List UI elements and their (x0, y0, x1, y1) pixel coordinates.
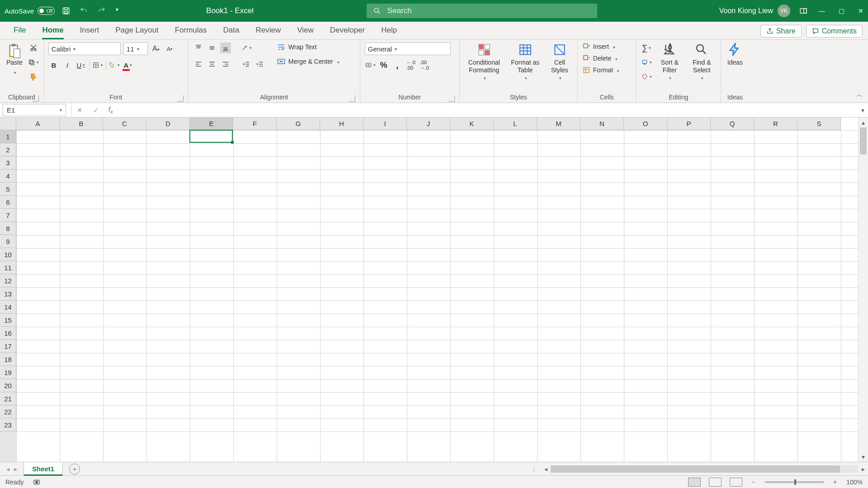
number-format-combo[interactable]: General (365, 42, 451, 55)
copy-icon[interactable] (28, 57, 39, 68)
decrease-indent-icon[interactable] (241, 59, 252, 70)
column-header[interactable]: C (103, 117, 146, 130)
bold-button[interactable]: B (48, 60, 59, 70)
merge-dropdown[interactable] (336, 58, 340, 65)
tab-file[interactable]: File (5, 21, 34, 39)
row-header[interactable]: 17 (0, 340, 16, 353)
row-header[interactable]: 4 (0, 169, 16, 183)
page-layout-view-button[interactable] (709, 478, 722, 487)
italic-button[interactable]: I (62, 60, 73, 70)
page-break-view-button[interactable] (730, 478, 742, 487)
new-sheet-button[interactable]: + (69, 464, 80, 474)
close-button[interactable]: ✕ (858, 7, 863, 14)
wrap-text-button[interactable]: Wrap Text (277, 42, 340, 52)
minimize-button[interactable]: — (819, 7, 825, 14)
sheet-tab-active[interactable]: Sheet1 (24, 462, 63, 476)
tab-home[interactable]: Home (34, 21, 71, 39)
redo-icon[interactable] (98, 6, 107, 15)
column-header[interactable]: H (320, 117, 363, 130)
row-header[interactable]: 6 (0, 196, 16, 209)
maximize-button[interactable]: ▢ (839, 7, 844, 14)
row-header[interactable]: 13 (0, 287, 16, 300)
scroll-right-icon[interactable]: ▸ (858, 465, 868, 473)
find-select-button[interactable]: Find & Select (688, 42, 716, 80)
row-header[interactable]: 20 (0, 379, 16, 392)
align-right-icon[interactable] (220, 59, 231, 70)
underline-button[interactable]: U (75, 60, 86, 70)
row-header[interactable]: 18 (0, 353, 16, 366)
autosave-toggle[interactable]: AutoSave Off (5, 7, 55, 15)
align-middle-icon[interactable] (207, 42, 217, 53)
format-as-table-button[interactable]: Format as Table (508, 42, 543, 80)
row-header[interactable]: 3 (0, 156, 16, 169)
tab-data[interactable]: Data (215, 21, 248, 39)
font-color-icon[interactable]: A (123, 60, 133, 70)
vscroll-thumb[interactable] (860, 127, 867, 155)
column-header[interactable]: J (407, 117, 450, 130)
format-painter-icon[interactable] (28, 71, 39, 82)
column-header[interactable]: K (450, 117, 494, 130)
increase-decimal-icon[interactable]: ←.0.00 (406, 60, 416, 70)
decrease-font-icon[interactable]: A▾ (164, 43, 175, 54)
fill-color-icon[interactable] (109, 60, 120, 70)
row-header[interactable]: 1 (0, 130, 16, 143)
enter-formula-icon[interactable]: ✓ (88, 106, 104, 114)
row-header[interactable]: 8 (0, 222, 16, 235)
formula-input[interactable] (118, 103, 857, 117)
insert-function-icon[interactable]: fx (108, 106, 113, 114)
row-header[interactable]: 22 (0, 405, 16, 418)
column-header[interactable]: I (363, 117, 407, 130)
fill-icon[interactable] (641, 57, 652, 68)
borders-icon[interactable] (92, 60, 103, 70)
scroll-up-icon[interactable]: ▴ (859, 117, 868, 127)
merge-center-button[interactable]: Merge & Center (277, 57, 340, 66)
row-header[interactable]: 23 (0, 418, 16, 432)
tab-view[interactable]: View (289, 21, 322, 39)
column-header[interactable]: Q (711, 117, 754, 130)
tab-help[interactable]: Help (373, 21, 405, 39)
vertical-scrollbar[interactable]: ▴ ▾ (858, 117, 868, 462)
insert-cells-button[interactable]: Insert (582, 42, 615, 51)
macro-record-icon[interactable] (33, 478, 41, 486)
autosum-icon[interactable]: ∑ (641, 42, 652, 53)
row-header[interactable]: 5 (0, 183, 16, 196)
cut-icon[interactable] (28, 42, 39, 53)
active-cell[interactable] (189, 130, 233, 143)
column-header[interactable]: B (60, 117, 103, 130)
font-size-combo[interactable]: 11 (123, 42, 148, 55)
share-button[interactable]: Share (760, 25, 802, 38)
font-name-combo[interactable]: Calibri (48, 42, 121, 55)
zoom-in-button[interactable]: ＋ (832, 478, 838, 486)
accounting-format-icon[interactable] (365, 60, 376, 70)
row-header[interactable]: 19 (0, 366, 16, 379)
number-launcher[interactable] (448, 95, 455, 102)
name-box[interactable]: E1 ▾ (3, 104, 66, 116)
horizontal-scrollbar[interactable]: ⋮ ◂ ▸ (531, 462, 868, 475)
zoom-level[interactable]: 100% (846, 479, 863, 486)
column-header[interactable]: S (797, 117, 841, 130)
column-header[interactable]: D (146, 117, 190, 130)
delete-cells-button[interactable]: Delete (582, 54, 618, 62)
cancel-formula-icon[interactable]: ✕ (71, 106, 88, 114)
column-header[interactable]: R (754, 117, 797, 130)
ideas-button[interactable]: Ideas (726, 42, 745, 66)
select-all-corner[interactable] (0, 117, 16, 130)
ribbon-display-options-icon[interactable] (799, 7, 807, 15)
clear-icon[interactable] (641, 71, 652, 82)
insert-dropdown[interactable] (612, 43, 615, 50)
scroll-left-icon[interactable]: ◂ (541, 465, 551, 473)
column-header[interactable]: A (16, 117, 60, 130)
tab-developer[interactable]: Developer (322, 21, 373, 39)
autosave-switch[interactable]: Off (38, 7, 55, 15)
cell-styles-button[interactable]: Cell Styles (547, 42, 573, 80)
column-header[interactable]: E (190, 117, 233, 130)
zoom-out-button[interactable]: － (750, 478, 757, 486)
column-header[interactable]: L (494, 117, 537, 130)
undo-icon[interactable] (80, 6, 89, 15)
row-header[interactable]: 12 (0, 274, 16, 287)
qat-customize-icon[interactable]: ▾ (116, 6, 125, 15)
sheet-nav-prev-icon[interactable]: ◂ (6, 465, 9, 473)
account-button[interactable]: Voon Kiong Liew VK (719, 5, 790, 17)
increase-font-icon[interactable]: A▴ (151, 43, 161, 54)
clipboard-launcher[interactable] (33, 95, 39, 102)
